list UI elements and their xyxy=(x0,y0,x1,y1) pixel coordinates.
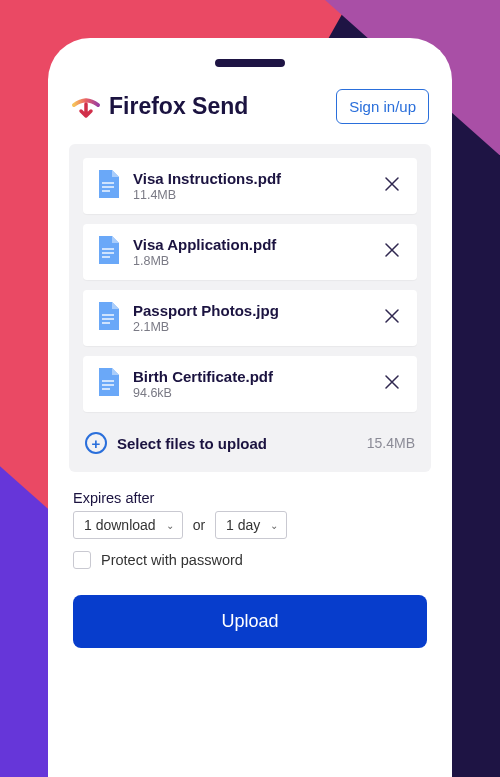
svg-rect-8 xyxy=(102,322,110,324)
file-icon xyxy=(97,302,119,334)
expiry-title: Expires after xyxy=(73,490,427,506)
remove-file-button[interactable] xyxy=(381,371,403,397)
remove-file-button[interactable] xyxy=(381,173,403,199)
protect-password-checkbox[interactable] xyxy=(73,551,91,569)
plus-icon: + xyxy=(85,432,107,454)
file-icon xyxy=(97,368,119,400)
svg-rect-11 xyxy=(102,388,110,390)
svg-rect-3 xyxy=(102,248,114,250)
chevron-down-icon: ⌄ xyxy=(270,520,278,531)
brand: Firefox Send xyxy=(71,92,248,122)
expiry-downloads-value: 1 download xyxy=(84,517,156,533)
svg-rect-1 xyxy=(102,186,114,188)
header: Firefox Send Sign in/up xyxy=(69,89,431,124)
file-info: Passport Photos.jpg2.1MB xyxy=(133,302,381,334)
svg-rect-7 xyxy=(102,318,114,320)
firefox-send-logo-icon xyxy=(71,92,101,122)
expiry-downloads-select[interactable]: 1 download ⌄ xyxy=(73,511,183,539)
file-size: 94.6kB xyxy=(133,386,381,400)
svg-rect-4 xyxy=(102,252,114,254)
brand-title: Firefox Send xyxy=(109,93,248,120)
total-size: 15.4MB xyxy=(367,435,415,451)
file-size: 1.8MB xyxy=(133,254,381,268)
chevron-down-icon: ⌄ xyxy=(166,520,174,531)
file-name: Visa Instructions.pdf xyxy=(133,170,381,187)
phone-frame: Firefox Send Sign in/up Visa Instruction… xyxy=(48,38,452,777)
file-name: Visa Application.pdf xyxy=(133,236,381,253)
file-info: Visa Instructions.pdf11.4MB xyxy=(133,170,381,202)
file-size: 11.4MB xyxy=(133,188,381,202)
file-icon xyxy=(97,236,119,268)
svg-rect-6 xyxy=(102,314,114,316)
select-files-button[interactable]: + Select files to upload 15.4MB xyxy=(83,432,417,454)
svg-rect-0 xyxy=(102,182,114,184)
file-row: Visa Application.pdf1.8MB xyxy=(83,224,417,280)
file-row: Birth Certificate.pdf94.6kB xyxy=(83,356,417,412)
svg-rect-5 xyxy=(102,256,110,258)
upload-button[interactable]: Upload xyxy=(73,595,427,648)
phone-speaker xyxy=(215,59,285,67)
sign-in-button[interactable]: Sign in/up xyxy=(336,89,429,124)
file-row: Visa Instructions.pdf11.4MB xyxy=(83,158,417,214)
file-row: Passport Photos.jpg2.1MB xyxy=(83,290,417,346)
file-name: Birth Certificate.pdf xyxy=(133,368,381,385)
file-icon xyxy=(97,170,119,202)
file-name: Passport Photos.jpg xyxy=(133,302,381,319)
svg-rect-2 xyxy=(102,190,110,192)
expiry-or: or xyxy=(193,517,205,533)
svg-rect-10 xyxy=(102,384,114,386)
file-info: Visa Application.pdf1.8MB xyxy=(133,236,381,268)
file-list-panel: Visa Instructions.pdf11.4MBVisa Applicat… xyxy=(69,144,431,472)
file-size: 2.1MB xyxy=(133,320,381,334)
remove-file-button[interactable] xyxy=(381,239,403,265)
expiry-time-select[interactable]: 1 day ⌄ xyxy=(215,511,287,539)
svg-rect-9 xyxy=(102,380,114,382)
remove-file-button[interactable] xyxy=(381,305,403,331)
expiry-time-value: 1 day xyxy=(226,517,260,533)
select-files-label: Select files to upload xyxy=(117,435,367,452)
protect-password-label: Protect with password xyxy=(101,552,243,568)
file-info: Birth Certificate.pdf94.6kB xyxy=(133,368,381,400)
